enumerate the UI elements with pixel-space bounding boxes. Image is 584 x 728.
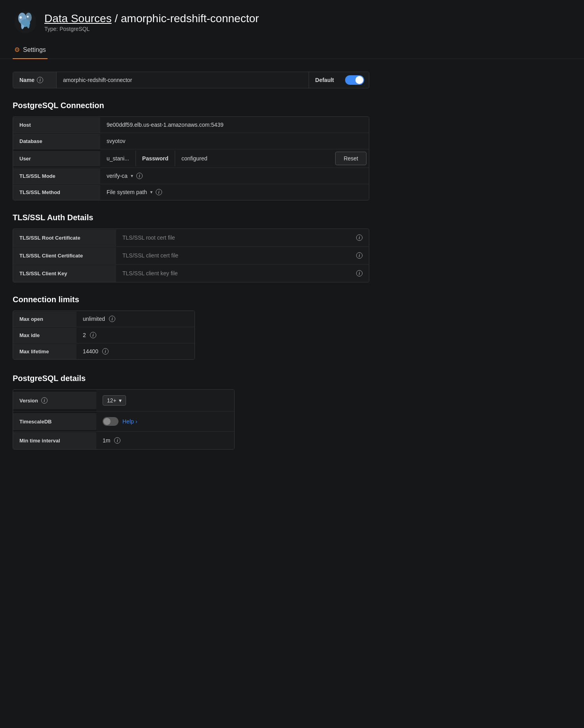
- ssl-client-cert-info-icon[interactable]: i: [356, 252, 363, 259]
- version-text: 12+: [107, 397, 116, 404]
- default-toggle-container: [340, 72, 369, 88]
- tls-method-info-icon[interactable]: i: [156, 189, 162, 195]
- table-row: TLS/SSL Client Key TLS/SSL client key fi…: [13, 265, 369, 282]
- name-input[interactable]: amorphic-redshift-connector: [57, 72, 309, 88]
- max-open-info-icon[interactable]: i: [109, 316, 115, 322]
- tls-method-value: File system path: [107, 189, 147, 195]
- host-value[interactable]: 9e00ddf59.elb.us-east-1.amazonaws.com:54…: [100, 117, 369, 133]
- max-idle-label: Max idle: [13, 328, 76, 343]
- help-chevron-right-icon: ›: [136, 418, 137, 425]
- max-lifetime-info-icon[interactable]: i: [102, 348, 109, 354]
- ssl-client-key-label: TLS/SSL Client Key: [13, 265, 116, 282]
- table-row: Version i 12+ ▾: [13, 390, 234, 412]
- pg-connection-title: PostgreSQL Connection: [13, 101, 571, 110]
- page-header: Data Sources / amorphic-redshift-connect…: [0, 0, 584, 41]
- conn-limits-title: Connection limits: [13, 295, 571, 304]
- timescaledb-toggle[interactable]: [103, 417, 118, 426]
- user-input[interactable]: u_stani...: [100, 151, 136, 166]
- default-toggle[interactable]: [345, 75, 364, 85]
- database-label: Database: [13, 133, 100, 149]
- pg-details-table: Version i 12+ ▾ TimescaleDB: [13, 389, 235, 450]
- tab-settings-label: Settings: [23, 46, 46, 53]
- name-section: Name i amorphic-redshift-connector Defau…: [13, 72, 571, 88]
- table-row: TLS/SSL Method File system path ▾ i: [13, 184, 369, 200]
- toggle-knob: [355, 76, 363, 84]
- header-separator: /: [115, 12, 121, 25]
- max-open-value[interactable]: unlimited i: [76, 311, 195, 327]
- conn-limits-table: Max open unlimited i Max idle 2 i Max: [13, 311, 195, 360]
- max-idle-value[interactable]: 2 i: [76, 327, 195, 343]
- ssl-client-cert-label: TLS/SSL Client Certificate: [13, 247, 116, 264]
- pg-connection-table: Host 9e00ddf59.elb.us-east-1.amazonaws.c…: [13, 116, 369, 200]
- ssl-root-cert-info-icon[interactable]: i: [356, 234, 363, 241]
- tls-mode-dropdown[interactable]: verify-ca ▾ i: [100, 168, 369, 184]
- tls-method-dropdown[interactable]: File system path ▾ i: [100, 184, 369, 200]
- postgresql-connection-section: PostgreSQL Connection Host 9e00ddf59.elb…: [13, 101, 571, 200]
- tls-auth-title: TLS/SSL Auth Details: [13, 213, 571, 222]
- timescaledb-value: Help ›: [96, 412, 234, 431]
- timescaledb-help-link[interactable]: Help ›: [122, 418, 137, 425]
- chevron-down-icon: ▾: [131, 173, 133, 179]
- max-open-label: Max open: [13, 311, 76, 327]
- table-row: TimescaleDB Help ›: [13, 412, 234, 432]
- pg-details-title: PostgreSQL details: [13, 374, 571, 383]
- name-row: Name i amorphic-redshift-connector Defau…: [13, 72, 369, 88]
- header-title: Data Sources / amorphic-redshift-connect…: [44, 12, 259, 25]
- configured-text: configured: [175, 151, 333, 166]
- min-time-interval-label: Min time interval: [13, 432, 96, 449]
- tls-auth-table: TLS/SSL Root Certificate TLS/SSL root ce…: [13, 229, 369, 282]
- table-row: TLS/SSL Client Certificate TLS/SSL clien…: [13, 247, 369, 265]
- version-dropdown[interactable]: 12+ ▾: [103, 395, 126, 406]
- table-row: Max open unlimited i: [13, 311, 195, 327]
- header-text: Data Sources / amorphic-redshift-connect…: [44, 12, 259, 32]
- table-row: Max idle 2 i: [13, 327, 195, 343]
- version-value: 12+ ▾: [96, 390, 234, 411]
- name-info-icon[interactable]: i: [37, 77, 43, 83]
- default-label: Default: [309, 72, 340, 88]
- max-lifetime-label: Max lifetime: [13, 344, 76, 359]
- table-row: Max lifetime 14400 i: [13, 343, 195, 359]
- table-row: Min time interval 1m i: [13, 432, 234, 449]
- table-row: Host 9e00ddf59.elb.us-east-1.amazonaws.c…: [13, 117, 369, 133]
- version-info-icon[interactable]: i: [41, 397, 48, 404]
- reset-button[interactable]: Reset: [335, 152, 366, 165]
- host-label: Host: [13, 117, 100, 133]
- timescaledb-label: TimescaleDB: [13, 413, 96, 430]
- ssl-client-key-input[interactable]: TLS/SSL client key file i: [116, 265, 369, 282]
- datasources-link[interactable]: Data Sources: [44, 12, 112, 25]
- user-label: User: [13, 151, 100, 166]
- version-chevron-icon: ▾: [119, 397, 122, 404]
- version-label: Version i: [13, 392, 96, 409]
- ssl-client-key-info-icon[interactable]: i: [356, 270, 363, 276]
- connector-name: amorphic-redshift-connector: [121, 12, 259, 25]
- pg-details-section: PostgreSQL details Version i 12+ ▾ Ti: [13, 374, 571, 450]
- connection-limits-section: Connection limits Max open unlimited i M…: [13, 295, 571, 360]
- tls-auth-section: TLS/SSL Auth Details TLS/SSL Root Certif…: [13, 213, 571, 282]
- password-label: Password: [136, 151, 175, 166]
- page-content: Name i amorphic-redshift-connector Defau…: [0, 59, 584, 475]
- name-label: Name i: [13, 72, 57, 88]
- tabs-bar: ⚙ Settings: [0, 41, 584, 59]
- tab-settings[interactable]: ⚙ Settings: [13, 41, 48, 59]
- ssl-root-cert-input[interactable]: TLS/SSL root cert file i: [116, 229, 369, 246]
- svg-point-4: [19, 16, 22, 19]
- user-value-cell: u_stani... Password configured Reset: [100, 149, 369, 168]
- tls-method-label: TLS/SSL Method: [13, 185, 100, 200]
- header-subtitle: Type: PostgreSQL: [44, 26, 259, 32]
- table-row: User u_stani... Password configured Rese…: [13, 149, 369, 168]
- min-time-interval-value[interactable]: 1m i: [96, 432, 234, 449]
- tls-mode-info-icon[interactable]: i: [136, 173, 143, 179]
- database-value[interactable]: svyotov: [100, 133, 369, 149]
- tls-mode-label: TLS/SSL Mode: [13, 168, 100, 184]
- chevron-down-icon: ▾: [150, 189, 153, 195]
- table-row: Database svyotov: [13, 133, 369, 149]
- ssl-client-cert-input[interactable]: TLS/SSL client cert file i: [116, 247, 369, 264]
- settings-icon: ⚙: [14, 46, 20, 53]
- min-time-info-icon[interactable]: i: [114, 437, 120, 444]
- max-idle-info-icon[interactable]: i: [90, 332, 96, 338]
- timescaledb-toggle-knob: [103, 418, 111, 425]
- tls-mode-value: verify-ca: [107, 173, 128, 179]
- max-lifetime-value[interactable]: 14400 i: [76, 343, 195, 359]
- table-row: TLS/SSL Mode verify-ca ▾ i: [13, 168, 369, 184]
- svg-point-5: [27, 16, 29, 18]
